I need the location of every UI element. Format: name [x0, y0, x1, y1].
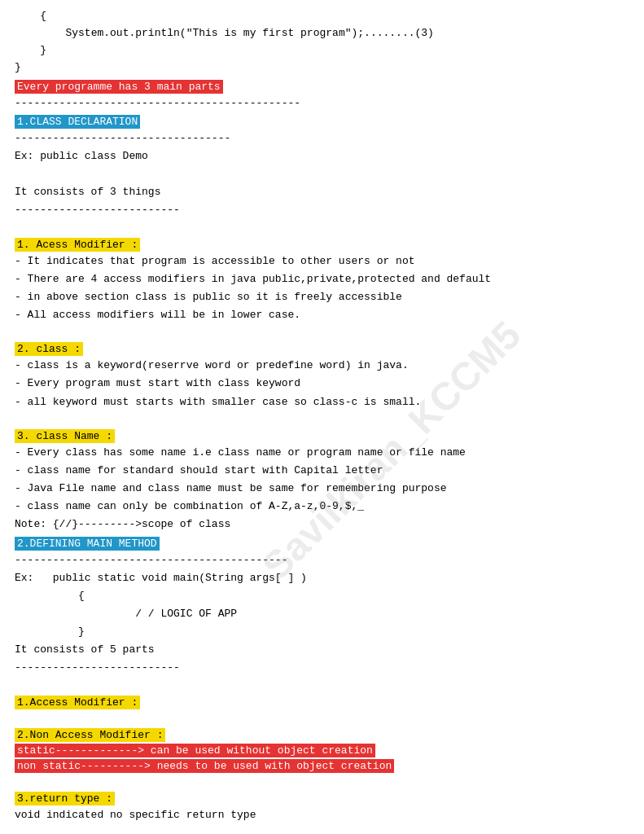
main-parts-header: Every programme has 3 main parts: [15, 80, 629, 94]
blank-line-5: [15, 678, 629, 695]
class-name-line3: - Java File name and class name must be …: [15, 481, 629, 497]
class-name-header: 3. class Name :: [15, 429, 629, 443]
divider-2: ----------------------------------: [15, 130, 629, 147]
class-example: Ex: public class Demo: [15, 148, 629, 165]
access-modifier-1-label: 1. Acess Modifier :: [15, 238, 140, 252]
consists-3: It consists of 3 things: [15, 184, 629, 200]
divider-5: --------------------------: [15, 660, 629, 676]
static-red-2: non static----------> needs to be used w…: [15, 759, 629, 773]
code-line-4: }: [15, 59, 629, 76]
blank-line-7: [15, 775, 629, 791]
page-content: Savilkiran_KCCM5 { System.out.println("T…: [15, 8, 629, 834]
static-red-1: static-------------> can be used without…: [15, 744, 629, 757]
main-method-ex1: Ex: public static void main(String args[…: [15, 570, 629, 586]
blank-line-8: [15, 825, 629, 834]
divider-3: --------------------------: [15, 202, 629, 218]
main-method-ex4: }: [15, 624, 629, 640]
code-line-2: System.out.println("This is my first pro…: [15, 25, 629, 42]
blank-line-3: [15, 325, 629, 341]
class-name-label: 3. class Name :: [15, 429, 115, 443]
blank-line-4: [15, 412, 629, 428]
code-line-3: }: [15, 42, 629, 59]
main-method-header: 2.DEFINING MAIN METHOD: [15, 537, 629, 551]
class-declaration-label: 1.CLASS DECLARATION: [15, 115, 140, 129]
access-modifier-1-header: 1. Acess Modifier :: [15, 238, 629, 252]
class-keyword-line3: - all keyword must starts with smaller c…: [15, 394, 629, 410]
divider-4: ----------------------------------------…: [15, 552, 629, 568]
class-name-line4: - class name can only be combination of …: [15, 498, 629, 515]
class-name-line2: - class name for standard should start w…: [15, 463, 629, 479]
blank-line-2: [15, 220, 629, 236]
static-red-label-1: static-------------> can be used without…: [15, 744, 375, 757]
code-block: { System.out.println("This is my first p…: [15, 8, 629, 77]
non-access-modifier-header: 2.Non Access Modifier :: [15, 728, 629, 742]
class-name-line1: - Every class has some name i.e class na…: [15, 445, 629, 461]
class-declaration-header: 1.CLASS DECLARATION: [15, 115, 629, 129]
consists-5: It consists of 5 parts: [15, 642, 629, 658]
return-type-line1: void indicated no specific return type: [15, 807, 629, 823]
class-keyword-header: 2. class :: [15, 342, 629, 356]
non-access-modifier-label: 2.Non Access Modifier :: [15, 728, 165, 742]
divider-1: ----------------------------------------…: [15, 95, 629, 112]
access-modifier-1-line3: - in above section class is public so it…: [15, 289, 629, 305]
main-method-ex2: {: [15, 588, 629, 604]
return-type-header: 3.return type :: [15, 792, 629, 805]
access-modifier-2-label: 1.Access Modifier :: [15, 696, 140, 709]
class-keyword-label: 2. class :: [15, 342, 83, 356]
class-keyword-line1: - class is a keyword(reserrve word or pr…: [15, 358, 629, 374]
main-method-ex3: / / LOGIC OF APP: [15, 606, 629, 622]
code-line-1: {: [15, 8, 629, 24]
class-keyword-line2: - Every program must start with class ke…: [15, 375, 629, 392]
main-parts-label: Every programme has 3 main parts: [15, 80, 223, 94]
class-name-note: Note: {//}--------->scope of class: [15, 516, 629, 533]
static-red-label-2: non static----------> needs to be used w…: [15, 759, 394, 773]
access-modifier-1-line1: - It indicates that program is accessibl…: [15, 253, 629, 270]
main-method-label: 2.DEFINING MAIN METHOD: [15, 537, 160, 551]
blank-line-1: [15, 166, 629, 182]
blank-line-6: [15, 711, 629, 727]
access-modifier-1-line2: - There are 4 access modifiers in java p…: [15, 271, 629, 288]
return-type-label: 3.return type :: [15, 792, 115, 805]
access-modifier-2-header: 1.Access Modifier :: [15, 696, 629, 709]
access-modifier-1-line4: - All access modifiers will be in lower …: [15, 307, 629, 323]
